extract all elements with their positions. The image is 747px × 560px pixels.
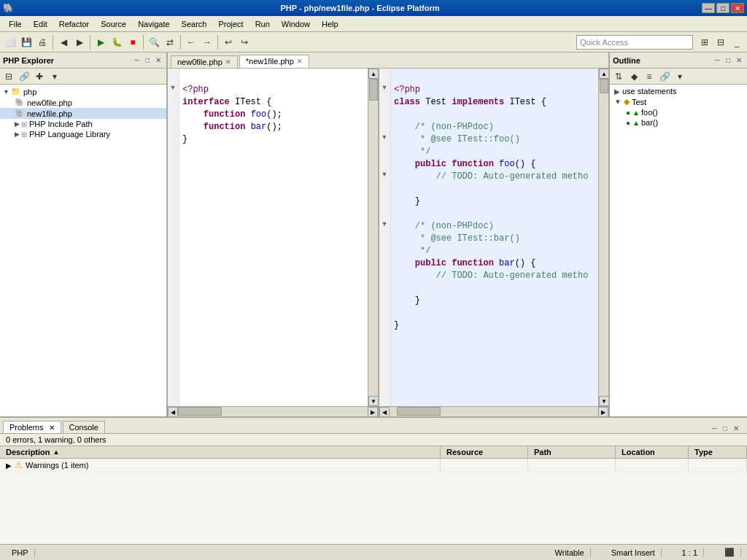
menu-help[interactable]: Help <box>316 18 344 30</box>
new-button[interactable]: ⬜ <box>3 35 18 50</box>
search-btn[interactable]: 🔍 <box>147 35 161 50</box>
fold-btn-1-6[interactable]: ▼ <box>379 131 390 143</box>
menu-search[interactable]: Search <box>176 18 213 30</box>
next-edit[interactable]: → <box>200 35 214 50</box>
menu-navigate[interactable]: Navigate <box>132 18 175 30</box>
scroll-left-0[interactable]: ◀ <box>168 407 178 416</box>
menu-file[interactable]: File <box>3 18 28 30</box>
scroll-left-1[interactable]: ◀ <box>379 407 390 416</box>
minimize-button[interactable]: — <box>702 3 715 13</box>
tab-close-new0file[interactable]: ✕ <box>225 58 231 66</box>
tree-item-php[interactable]: ▼ 📁 php <box>0 86 166 97</box>
col-type[interactable]: Type <box>689 446 747 458</box>
prev-edit[interactable]: ← <box>184 35 198 50</box>
tab-close-new1file[interactable]: ✕ <box>297 58 303 65</box>
scroll-thumb-v-0[interactable] <box>369 79 378 101</box>
view-button[interactable]: ⊟ <box>713 35 728 50</box>
quick-access-box[interactable]: Quick Access <box>576 35 693 50</box>
tree-item-include-path[interactable]: ▶ ⊞ PHP Include Path <box>0 119 166 129</box>
explorer-menu-btn[interactable]: ▾ <box>47 69 62 84</box>
menu-window[interactable]: Window <box>276 18 316 30</box>
scroll-up-0[interactable]: ▲ <box>368 69 378 79</box>
scroll-thumb-v-1[interactable] <box>600 79 608 93</box>
outline-foo[interactable]: ● ▲ foo() <box>611 107 746 117</box>
scroll-down-0[interactable]: ▼ <box>368 396 378 406</box>
new-php-btn[interactable]: ✚ <box>32 69 47 84</box>
fold-btn-1-9[interactable]: ▼ <box>379 168 390 180</box>
outline-maximize-btn[interactable]: □ <box>724 55 732 65</box>
fold-btn-0-1[interactable] <box>168 69 178 81</box>
minimize-panel[interactable]: _ <box>729 35 744 50</box>
scroll-track-h-0[interactable] <box>178 407 368 416</box>
collapse-all-btn[interactable]: ⊟ <box>1 69 16 84</box>
scroll-down-1[interactable]: ▼ <box>599 396 608 406</box>
outline-test-class[interactable]: ▼ ◆ Test <box>611 96 746 107</box>
scroll-thumb-h-0[interactable] <box>178 407 222 416</box>
scroll-track-v-1[interactable] <box>599 79 608 396</box>
menu-refactor[interactable]: Refactor <box>53 18 96 30</box>
scroll-v-1[interactable]: ▲ ▼ <box>598 69 608 406</box>
panel-minimize-btn[interactable]: ─ <box>132 55 142 65</box>
panel-close-btn[interactable]: ✕ <box>153 55 163 65</box>
fold-btn-1-13[interactable]: ▼ <box>379 217 390 230</box>
scroll-h-1[interactable]: ◀ ▶ <box>379 406 608 416</box>
tree-item-lang-lib[interactable]: ▶ ⊞ PHP Language Library <box>0 129 166 139</box>
tab-problems[interactable]: Problems ✕ <box>3 421 61 433</box>
menu-source[interactable]: Source <box>95 18 132 30</box>
close-button[interactable]: ✕ <box>731 3 744 13</box>
code-area-1[interactable]: <?php class Test implements ITest { /* (… <box>391 69 598 406</box>
tab-new0file[interactable]: new0file.php ✕ <box>171 55 238 68</box>
redo-button[interactable]: ↪ <box>237 35 252 50</box>
fold-btn-0-2[interactable]: ▼ <box>168 81 178 93</box>
refs-button[interactable]: ⇄ <box>163 35 177 50</box>
outline-sort-btn[interactable]: ⇅ <box>611 69 626 84</box>
table-row[interactable]: ▶ ⚠ Warnings (1 item) <box>0 459 747 472</box>
forward-button[interactable]: ▶ <box>72 35 87 50</box>
fold-btn-1-2[interactable]: ▼ <box>379 81 390 93</box>
scroll-thumb-h-1[interactable] <box>397 407 441 416</box>
outline-bar[interactable]: ● ▲ bar() <box>611 117 746 128</box>
col-resource[interactable]: Resource <box>441 446 528 458</box>
maximize-button[interactable]: □ <box>716 3 729 13</box>
scroll-v-0[interactable]: ▲ ▼ <box>368 69 378 406</box>
menu-edit[interactable]: Edit <box>28 18 53 30</box>
col-path[interactable]: Path <box>528 446 616 458</box>
expand-warnings-btn[interactable]: ▶ <box>6 462 12 470</box>
debug-button[interactable]: 🐛 <box>109 35 124 50</box>
menu-run[interactable]: Run <box>249 18 276 30</box>
scroll-up-1[interactable]: ▲ <box>599 69 608 79</box>
stop-button[interactable]: ■ <box>125 35 140 50</box>
scroll-track-v-0[interactable] <box>368 79 378 396</box>
tree-item-new1file[interactable]: 🐘 new1file.php <box>0 108 166 119</box>
tab-new1file[interactable]: *new1file.php ✕ <box>239 55 309 68</box>
outline-close-btn[interactable]: ✕ <box>734 55 744 65</box>
panel-maximize-btn[interactable]: □ <box>143 55 152 65</box>
outline-menu-btn[interactable]: ▾ <box>673 69 687 84</box>
link-editor-btn[interactable]: 🔗 <box>17 69 31 84</box>
col-description[interactable]: Description ▲ <box>0 446 441 458</box>
col-location[interactable]: Location <box>616 446 689 458</box>
scroll-h-0[interactable]: ◀ ▶ <box>168 406 378 416</box>
menu-project[interactable]: Project <box>212 18 249 30</box>
code-area-0[interactable]: <?php interface ITest { function foo(); … <box>179 69 368 406</box>
bottom-close-btn[interactable]: ✕ <box>731 424 741 433</box>
outline-hide-static-btn[interactable]: ≡ <box>642 69 657 84</box>
bottom-maximize-btn[interactable]: □ <box>721 424 729 433</box>
tree-item-new0file[interactable]: 🐘 new0file.php <box>0 97 166 108</box>
back-button[interactable]: ◀ <box>56 35 71 50</box>
undo-button[interactable]: ↩ <box>221 35 236 50</box>
tab-console[interactable]: Console <box>63 421 105 433</box>
bottom-minimize-btn[interactable]: ─ <box>710 424 719 433</box>
save-button[interactable]: 💾 <box>19 35 34 50</box>
outline-minimize-btn[interactable]: ─ <box>713 55 722 65</box>
perspective-button[interactable]: ⊞ <box>697 35 712 50</box>
run-button[interactable]: ▶ <box>93 35 108 50</box>
scroll-right-1[interactable]: ▶ <box>598 407 608 416</box>
outline-use-statements[interactable]: ▶ use statements <box>611 86 746 96</box>
scroll-track-h-1[interactable] <box>390 407 598 416</box>
outline-hide-fields-btn[interactable]: ◆ <box>627 69 641 84</box>
scroll-right-0[interactable]: ▶ <box>368 407 378 416</box>
tab-problems-close[interactable]: ✕ <box>49 424 55 432</box>
print-button[interactable]: 🖨 <box>35 35 50 50</box>
outline-sync-btn[interactable]: 🔗 <box>657 69 672 84</box>
